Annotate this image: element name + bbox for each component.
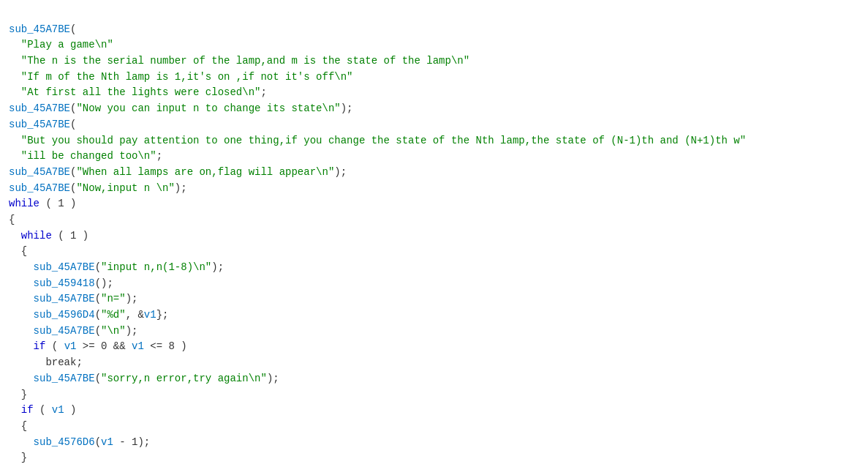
code-line: "But you should pay attention to one thi…	[6, 133, 862, 149]
code-line: sub_45A7BE("sorry,n error,try again\n");	[6, 371, 862, 387]
code-line: sub_45A7BE(	[6, 22, 862, 38]
code-line: sub_45A7BE("Now you can input n to chang…	[6, 101, 862, 117]
code-line: }	[6, 387, 862, 403]
code-view: sub_45A7BE( "Play a game\n" "The n is th…	[0, 6, 868, 467]
code-line: if ( v1 )	[6, 403, 862, 419]
code-line: sub_459418();	[6, 276, 862, 292]
code-line: "If m of the Nth lamp is 1,it's on ,if n…	[6, 70, 862, 86]
code-line: "At first all the lights were closed\n";	[6, 85, 862, 101]
code-line: sub_4576D6(v1 - 1);	[6, 435, 862, 451]
code-line: "The n is the serial number of the lamp,…	[6, 53, 862, 70]
code-line: while ( 1 )	[6, 196, 862, 212]
code-line: sub_45A7BE(	[6, 117, 862, 133]
code-line: "Play a game\n"	[6, 37, 862, 53]
code-line: break;	[6, 355, 862, 371]
code-line: if ( v1 >= 0 && v1 <= 8 )	[6, 339, 862, 355]
code-line: sub_45A7BE("n=");	[6, 291, 862, 307]
code-line: sub_45A7BE("input n,n(1-8)\n");	[6, 260, 862, 276]
code-line: }	[6, 450, 862, 466]
code-line: sub_45A7BE("\n");	[6, 324, 862, 340]
code-line: {	[6, 419, 862, 435]
code-line: sub_4596D4("%d", &v1};	[6, 307, 862, 324]
code-line: sub_45A7BE("When all lamps are on,flag w…	[6, 165, 862, 181]
code-line: {	[6, 244, 862, 260]
code-line: while ( 1 )	[6, 228, 862, 244]
code-line: sub_45A7BE("Now,input n \n");	[6, 181, 862, 197]
code-line: "ill be changed too\n";	[6, 149, 862, 165]
code-line: {	[6, 212, 862, 228]
